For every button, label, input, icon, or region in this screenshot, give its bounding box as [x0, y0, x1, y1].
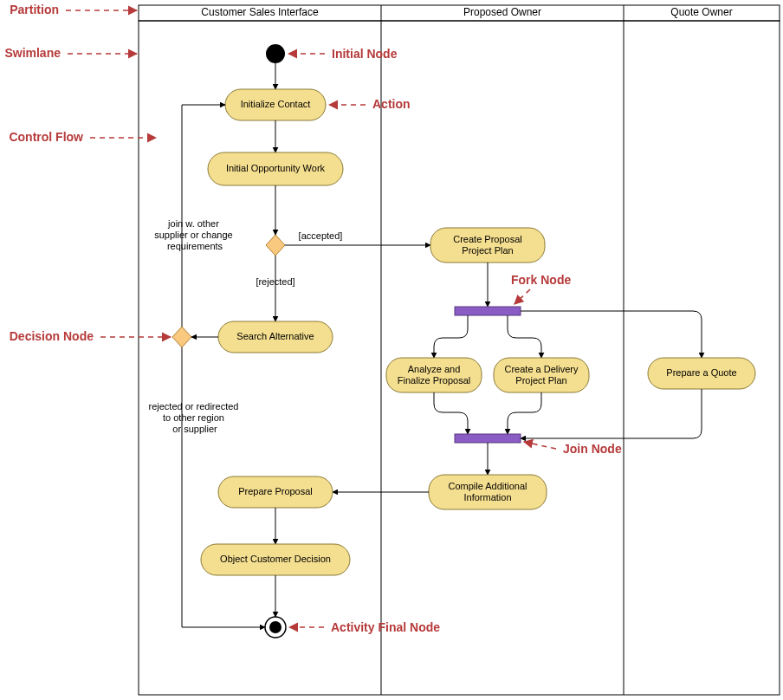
svg-text:Initialize Contact: Initialize Contact	[241, 99, 311, 109]
action-object-customer-decision: Object Customer Decision	[201, 544, 350, 575]
action-prepare-proposal: Prepare Proposal	[218, 476, 333, 508]
action-create-delivery-project-plan: Create a Delivery Project Plan	[494, 358, 589, 392]
svg-point-31	[269, 621, 281, 633]
label-rejected: [rejected]	[256, 276, 294, 287]
initial-node	[266, 44, 285, 63]
lane2-header: Proposed Owner	[463, 6, 541, 18]
annotation-join-node-arrow	[524, 442, 556, 449]
annotation-action: Action	[372, 97, 411, 111]
label-rejected-redirect: rejected or redirected to other region o…	[148, 401, 241, 434]
lane3-header: Quote Owner	[670, 6, 732, 18]
svg-text:Create a Delivery: Create a Delivery	[505, 364, 579, 374]
annotation-swimlane: Swimlane	[4, 46, 61, 60]
activity-final-node	[265, 617, 286, 638]
svg-marker-11	[172, 327, 191, 347]
annotation-control-flow: Control Flow	[9, 130, 83, 144]
svg-text:Finalize Proposal: Finalize Proposal	[398, 375, 470, 386]
decision-node-2	[172, 327, 191, 347]
action-create-proposal-project-plan: Create Proposal Project Plan	[430, 228, 545, 262]
annotation-join-node: Join Node	[563, 442, 622, 456]
annotation-activity-final-node: Activity Final Node	[331, 620, 440, 634]
action-initialize-contact: Initialize Contact	[225, 89, 326, 120]
flow-fork-to-delivery	[508, 315, 541, 358]
annotation-fork-node-arrow	[514, 289, 530, 304]
flow-quote-to-join	[521, 389, 702, 438]
svg-marker-8	[266, 235, 285, 256]
label-accepted: [accepted]	[299, 230, 343, 241]
decision-node-1	[266, 235, 285, 256]
svg-text:Information: Information	[463, 492, 511, 502]
svg-text:Analyze and: Analyze and	[408, 364, 461, 374]
action-prepare-quote: Prepare a Quote	[648, 358, 755, 389]
action-initial-opportunity-work: Initial Opportunity Work	[208, 152, 343, 185]
label-join-other: join w. other supplier or change require…	[154, 218, 236, 251]
lane1-header: Customer Sales Interface	[201, 6, 319, 18]
action-compile-additional-information: Compile Additional Information	[429, 475, 547, 509]
svg-text:Initial Opportunity Work: Initial Opportunity Work	[226, 163, 326, 173]
fork-node	[455, 307, 521, 315]
flow-analyze-to-join	[434, 392, 468, 434]
svg-text:Prepare Proposal: Prepare Proposal	[238, 486, 313, 496]
svg-text:Create Proposal: Create Proposal	[453, 234, 522, 244]
svg-text:Object Customer Decision: Object Customer Decision	[220, 554, 331, 564]
action-search-alternative: Search Alternative	[218, 321, 333, 353]
annotation-fork-node: Fork Node	[511, 273, 571, 287]
flow-fork-to-analyze	[434, 315, 468, 358]
annotation-initial-node: Initial Node	[332, 47, 398, 61]
svg-text:Compile Additional: Compile Additional	[448, 481, 527, 491]
flow-loop-to-init-contact	[182, 105, 225, 327]
annotation-decision-node: Decision Node	[10, 329, 94, 343]
flow-fork-to-quote	[521, 311, 702, 358]
svg-text:Search Alternative: Search Alternative	[236, 331, 314, 341]
action-analyze-finalize-proposal: Analyze and Finalize Proposal	[386, 358, 482, 392]
svg-text:Project Plan: Project Plan	[462, 245, 513, 256]
svg-text:Project Plan: Project Plan	[515, 375, 566, 386]
join-node	[455, 434, 521, 443]
annotation-partition: Partition	[10, 3, 59, 16]
flow-delivery-to-join	[508, 392, 541, 434]
svg-text:Prepare a Quote: Prepare a Quote	[666, 367, 736, 378]
